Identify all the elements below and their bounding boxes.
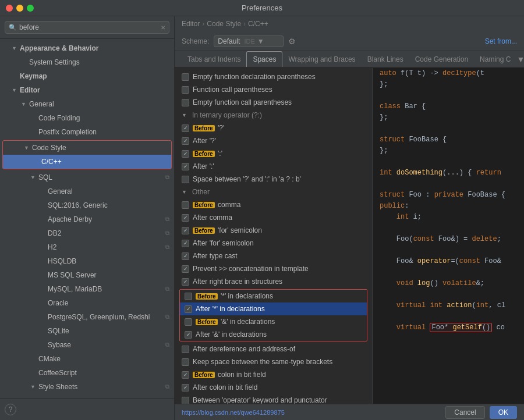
sidebar-item-style-sheets[interactable]: Style Sheets ⧉	[0, 380, 174, 394]
sidebar-item-sybase[interactable]: Sybase ⧉	[0, 338, 174, 352]
setting-row: Before '*' in declarations	[180, 290, 367, 302]
arrow-icon	[21, 98, 28, 110]
code-line: struct Foo : private FooBase {	[373, 190, 524, 201]
sidebar-item-label: DB2	[48, 227, 163, 239]
sidebar-item-postfix[interactable]: Postfix Completion	[0, 125, 174, 139]
tab-code-generation[interactable]: Code Generation	[409, 52, 474, 68]
breadcrumb-editor: Editor	[182, 20, 200, 28]
sidebar-item-code-style[interactable]: Code Style	[3, 141, 171, 155]
tabs-more-button[interactable]: ▼	[516, 55, 524, 64]
copy-icon: ⧉	[165, 283, 169, 295]
maximize-button[interactable]	[27, 5, 34, 12]
setting-checkbox[interactable]	[182, 278, 189, 286]
setting-checkbox[interactable]	[182, 358, 189, 366]
setting-checkbox[interactable]	[182, 214, 189, 222]
setting-label: Prevent >> concatenation in template	[193, 265, 365, 273]
sidebar-item-hsqldb[interactable]: HSQLDB	[0, 254, 174, 268]
setting-row: Before comma	[175, 198, 372, 211]
sidebar-item-sql-2016[interactable]: SQL:2016, Generic	[0, 198, 174, 212]
setting-label: Before 'for' semicolon	[193, 226, 365, 234]
setting-checkbox[interactable]	[182, 201, 189, 209]
setting-checkbox[interactable]	[185, 305, 192, 313]
tab-tabs-and-indents[interactable]: Tabs and Indents	[182, 52, 246, 68]
setting-checkbox[interactable]	[182, 384, 189, 391]
sidebar-item-sql-general[interactable]: General	[0, 184, 174, 198]
sidebar-item-label: MS SQL Server	[48, 269, 169, 281]
setting-checkbox[interactable]	[182, 86, 189, 94]
setting-label: After right brace in structures	[193, 277, 365, 286]
sidebar-item-label: Apache Derby	[48, 213, 163, 225]
code-line: public:	[373, 201, 524, 212]
sidebar-item-apache-derby[interactable]: Apache Derby ⧉	[0, 212, 174, 226]
setting-checkbox[interactable]	[182, 346, 189, 353]
setting-checkbox[interactable]	[182, 137, 189, 145]
sidebar-item-ms-sql[interactable]: MS SQL Server	[0, 268, 174, 282]
arrow-icon	[30, 172, 37, 183]
setting-checkbox[interactable]	[182, 176, 189, 183]
setting-row: After type cast	[175, 250, 372, 262]
arrow-icon	[182, 112, 189, 118]
sidebar-item-code-folding[interactable]: Code Folding	[0, 111, 174, 125]
setting-row: Before '&' in declarations	[180, 315, 367, 328]
copy-icon: ⧉	[165, 381, 169, 393]
sidebar-item-keymap[interactable]: Keymap	[0, 69, 174, 83]
setting-checkbox[interactable]	[182, 265, 189, 273]
sidebar-item-db2[interactable]: DB2 ⧉	[0, 226, 174, 240]
setting-checkbox[interactable]	[182, 227, 189, 234]
gear-icon[interactable]: ⚙	[288, 37, 296, 46]
setting-checkbox[interactable]	[185, 318, 192, 326]
settings-panel: Empty function declaration parentheses F…	[175, 68, 373, 404]
sidebar-item-coffeescript[interactable]: CoffeeScript	[0, 366, 174, 380]
sidebar-item-postgresql[interactable]: PostgreSQL, Greenplum, Redshi ⧉	[0, 310, 174, 324]
tab-naming-c[interactable]: Naming C	[474, 52, 516, 68]
ok-button[interactable]: OK	[490, 406, 517, 419]
section-label: In ternary operator (?:)	[192, 111, 262, 119]
section-other[interactable]: Other	[175, 186, 372, 198]
setting-row: Before colon in bit field	[175, 368, 372, 381]
search-input[interactable]	[19, 23, 161, 31]
scheme-select[interactable]: Default IDE ▼	[214, 35, 284, 47]
setting-label: Empty function declaration parentheses	[193, 73, 365, 81]
setting-checkbox[interactable]	[182, 73, 189, 81]
setting-checkbox[interactable]	[185, 331, 192, 339]
setting-checkbox[interactable]	[182, 124, 189, 132]
tab-blank-lines[interactable]: Blank Lines	[362, 52, 409, 68]
sidebar-item-cpp[interactable]: C/C++	[3, 155, 171, 169]
tab-wrapping-and-braces[interactable]: Wrapping and Braces	[282, 52, 361, 68]
window-controls[interactable]	[6, 5, 34, 12]
sidebar-item-system-settings[interactable]: System Settings	[0, 55, 174, 69]
setting-checkbox[interactable]	[182, 371, 189, 379]
minimize-button[interactable]	[16, 5, 23, 12]
arrow-icon	[182, 189, 189, 195]
setting-checkbox[interactable]	[182, 252, 189, 260]
sidebar-item-general[interactable]: General	[0, 97, 174, 111]
section-ternary[interactable]: In ternary operator (?:)	[175, 109, 372, 122]
setting-checkbox[interactable]	[182, 99, 189, 106]
setting-checkbox[interactable]	[185, 293, 192, 300]
help-button[interactable]: ?	[5, 404, 16, 415]
sidebar-item-mysql[interactable]: MySQL, MariaDB ⧉	[0, 282, 174, 296]
setting-checkbox[interactable]	[182, 163, 189, 170]
code-preview: auto f(T t) -> decltype(t }; class Bar {…	[373, 68, 524, 404]
setting-label: Before comma	[193, 201, 365, 209]
code-line	[373, 179, 524, 190]
section-label: Other	[192, 188, 210, 196]
cancel-button[interactable]: Cancel	[445, 406, 484, 419]
sidebar-item-oracle[interactable]: Oracle	[0, 296, 174, 310]
sidebar-item-sql[interactable]: SQL ⧉	[0, 170, 174, 184]
window-title: Preferences	[242, 3, 282, 12]
sidebar-item-sqlite[interactable]: SQLite	[0, 324, 174, 338]
clear-search-button[interactable]: ✕	[161, 24, 165, 31]
setting-row: After '?'	[175, 134, 372, 147]
sidebar-item-editor[interactable]: Editor	[0, 83, 174, 97]
close-button[interactable]	[6, 5, 13, 12]
setting-checkbox[interactable]	[182, 150, 189, 158]
setting-checkbox[interactable]	[182, 240, 189, 247]
setting-row: Prevent >> concatenation in template	[175, 262, 372, 275]
sidebar-item-h2[interactable]: H2 ⧉	[0, 240, 174, 254]
sidebar-item-cmake[interactable]: CMake	[0, 352, 174, 366]
setting-checkbox[interactable]	[182, 397, 189, 404]
sidebar-item-appearance[interactable]: Appearance & Behavior	[0, 41, 174, 55]
tab-spaces[interactable]: Spaces	[246, 51, 282, 68]
set-from-button[interactable]: Set from...	[485, 37, 517, 45]
